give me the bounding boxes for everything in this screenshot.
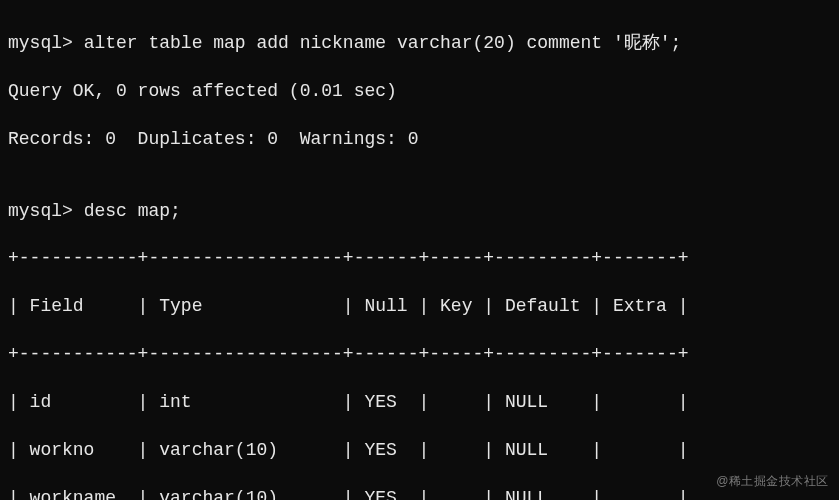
table-row: | workno | varchar(10) | YES | | NULL | … <box>8 439 831 463</box>
table-row: | workname | varchar(10) | YES | | NULL … <box>8 487 831 500</box>
cmd-line-2: mysql> desc map; <box>8 200 831 224</box>
watermark-text: @稀土掘金技术社区 <box>716 474 829 490</box>
records-line: Records: 0 Duplicates: 0 Warnings: 0 <box>8 128 831 152</box>
mysql-prompt: mysql> <box>8 33 84 53</box>
table-row: | id | int | YES | | NULL | | <box>8 391 831 415</box>
mysql-prompt: mysql> <box>8 201 84 221</box>
cmd-line-1: mysql> alter table map add nickname varc… <box>8 32 831 56</box>
table-border-mid: +-----------+------------------+------+-… <box>8 343 831 367</box>
terminal-window[interactable]: mysql> alter table map add nickname varc… <box>0 0 839 500</box>
table-border-top: +-----------+------------------+------+-… <box>8 247 831 271</box>
desc-command: desc map; <box>84 201 181 221</box>
query-ok-line: Query OK, 0 rows affected (0.01 sec) <box>8 80 831 104</box>
alter-table-command: alter table map add nickname varchar(20)… <box>84 33 682 53</box>
table-header-row: | Field | Type | Null | Key | Default | … <box>8 295 831 319</box>
